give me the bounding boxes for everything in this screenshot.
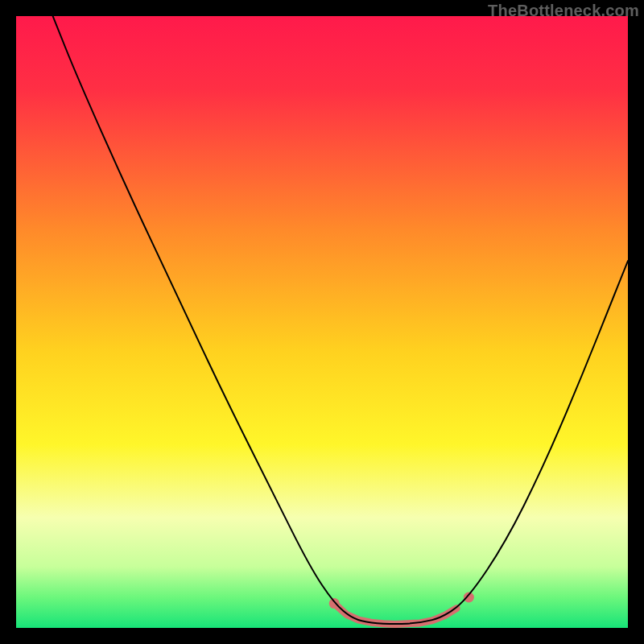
gradient-background — [16, 16, 628, 628]
highlight-start-dot — [329, 598, 340, 609]
bottleneck-chart — [16, 16, 628, 628]
chart-frame — [16, 16, 628, 628]
watermark-text: TheBottleneck.com — [488, 2, 639, 20]
